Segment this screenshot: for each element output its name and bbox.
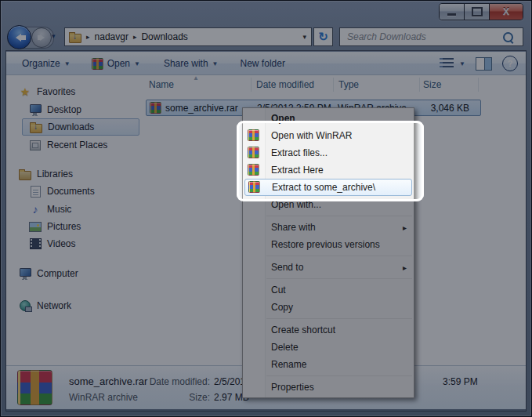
menu-item-extract-files[interactable]: Extract files... <box>243 144 414 161</box>
menu-separator <box>266 318 412 319</box>
sidebar-item-videos[interactable]: Videos <box>6 235 75 252</box>
star-icon: ★ <box>19 85 31 98</box>
menu-item-delete[interactable]: Delete <box>243 339 414 356</box>
menu-item-copy[interactable]: Copy <box>243 299 414 316</box>
menu-item-open-with[interactable]: Open with... <box>243 196 414 213</box>
winrar-icon <box>92 58 103 70</box>
toolbar-right-cluster: ▼ ? <box>440 53 518 74</box>
winrar-icon <box>248 147 259 158</box>
address-dropdown-icon[interactable]: ▾ <box>302 33 306 41</box>
column-header-size[interactable]: Size <box>423 75 441 94</box>
column-divider[interactable] <box>478 78 479 92</box>
sort-ascending-icon: ▲ <box>193 74 199 82</box>
share-with-label: Share with <box>164 58 208 69</box>
chevron-down-icon: ▼ <box>64 60 71 67</box>
close-button[interactable]: X <box>490 4 523 20</box>
column-header-date-modified[interactable]: Date modified <box>256 75 314 94</box>
details-size-label: Size: <box>108 392 210 403</box>
menu-item-open-with-winrar[interactable]: Open with WinRAR <box>243 127 414 144</box>
column-divider[interactable] <box>333 78 334 92</box>
winrar-icon <box>248 181 260 193</box>
winrar-icon <box>248 164 259 176</box>
menu-item-cut[interactable]: Cut <box>243 281 414 299</box>
maximize-button[interactable] <box>465 4 490 20</box>
sidebar-group-libraries[interactable]: Libraries <box>6 165 73 183</box>
breadcrumb-chevron-icon: ▸ <box>86 33 90 41</box>
sidebar-item-documents[interactable]: Documents <box>6 183 95 200</box>
menu-item-properties[interactable]: Properties <box>243 379 414 396</box>
menu-item-share-with[interactable]: Share with ▸ <box>243 219 414 236</box>
search-input[interactable] <box>346 31 503 43</box>
sidebar-label: Pictures <box>47 221 81 232</box>
sidebar-group-computer[interactable]: Computer <box>6 265 78 282</box>
sidebar-group-favorites[interactable]: ★ Favorites <box>6 83 75 100</box>
winrar-icon <box>17 370 52 405</box>
winrar-icon <box>150 102 161 114</box>
search-icon[interactable] <box>503 32 513 42</box>
change-view-icon[interactable] <box>440 58 454 69</box>
sidebar-label: Computer <box>37 268 78 279</box>
sidebar-item-music[interactable]: ♪ Music <box>6 201 71 218</box>
organize-label: Organize <box>22 58 60 69</box>
column-divider[interactable] <box>419 78 420 92</box>
sidebar-item-pictures[interactable]: Pictures <box>6 218 81 235</box>
desktop-icon <box>29 103 42 116</box>
share-with-button[interactable]: Share with ▼ <box>164 58 219 69</box>
sidebar-label: Music <box>47 204 71 215</box>
file-size: 3,046 KB <box>405 103 469 114</box>
minimize-button[interactable] <box>440 4 465 20</box>
sidebar-label: Desktop <box>47 104 81 115</box>
new-folder-label: New folder <box>241 58 285 69</box>
menu-item-extract-here[interactable]: Extract Here <box>243 161 414 179</box>
menu-item-send-to[interactable]: Send to ▸ <box>243 259 414 276</box>
help-icon[interactable]: ? <box>502 56 518 71</box>
file-name: some_archive.rar <box>165 103 238 114</box>
libraries-folder-icon <box>19 168 31 180</box>
view-dropdown-icon[interactable]: ▼ <box>459 60 465 67</box>
column-header-name[interactable]: Name <box>149 75 174 94</box>
sidebar-item-desktop[interactable]: Desktop <box>6 101 81 118</box>
document-icon <box>29 185 42 198</box>
back-button[interactable] <box>7 25 31 49</box>
maximize-icon <box>472 7 483 16</box>
refresh-button[interactable]: ↻ <box>313 27 333 46</box>
sidebar-item-downloads[interactable]: Downloads <box>22 118 139 136</box>
menu-item-restore-previous-versions[interactable]: Restore previous versions <box>243 236 414 253</box>
window-controls: X <box>439 3 523 20</box>
computer-icon <box>19 267 31 280</box>
column-header-type[interactable]: Type <box>338 75 359 94</box>
recent-places-icon <box>29 139 42 151</box>
sidebar-item-recent-places[interactable]: Recent Places <box>6 136 107 154</box>
search-box <box>339 27 523 46</box>
music-note-icon: ♪ <box>29 203 42 216</box>
column-divider[interactable] <box>251 78 252 92</box>
menu-separator <box>266 375 412 376</box>
submenu-arrow-icon: ▸ <box>403 263 407 272</box>
context-menu: Open Open with WinRAR Extract files... E… <box>242 107 414 398</box>
sidebar-group-network[interactable]: Network <box>6 297 71 314</box>
menu-item-open[interactable]: Open <box>243 110 414 127</box>
forward-button[interactable] <box>31 27 52 48</box>
close-icon: X <box>503 6 509 17</box>
menu-separator <box>266 256 412 256</box>
breadcrumb-item-downloads[interactable]: Downloads <box>141 31 187 42</box>
minimize-icon <box>447 13 456 16</box>
menu-item-create-shortcut[interactable]: Create shortcut <box>243 321 414 339</box>
preview-pane-icon[interactable] <box>476 57 492 71</box>
breadcrumb[interactable]: ▸ nadavgr ▸ Downloads ▾ <box>64 27 312 46</box>
breadcrumb-item-user[interactable]: nadavgr <box>95 31 128 42</box>
picture-icon <box>29 220 42 233</box>
menu-separator <box>266 216 412 216</box>
open-button[interactable]: Open ▼ <box>92 58 140 70</box>
chevron-down-icon: ▼ <box>212 60 219 67</box>
organize-button[interactable]: Organize ▼ <box>22 58 71 69</box>
menu-item-rename[interactable]: Rename <box>243 356 414 373</box>
recent-pages-dropdown[interactable]: ▾ <box>52 32 56 40</box>
back-arrow-icon <box>12 34 21 42</box>
new-folder-button[interactable]: New folder <box>241 58 285 69</box>
open-label: Open <box>107 58 130 69</box>
winrar-icon <box>248 129 259 141</box>
forward-arrow-icon <box>40 34 48 41</box>
menu-item-extract-to-folder[interactable]: Extract to some_archive\ <box>244 179 412 196</box>
sidebar-label: Downloads <box>48 121 94 132</box>
